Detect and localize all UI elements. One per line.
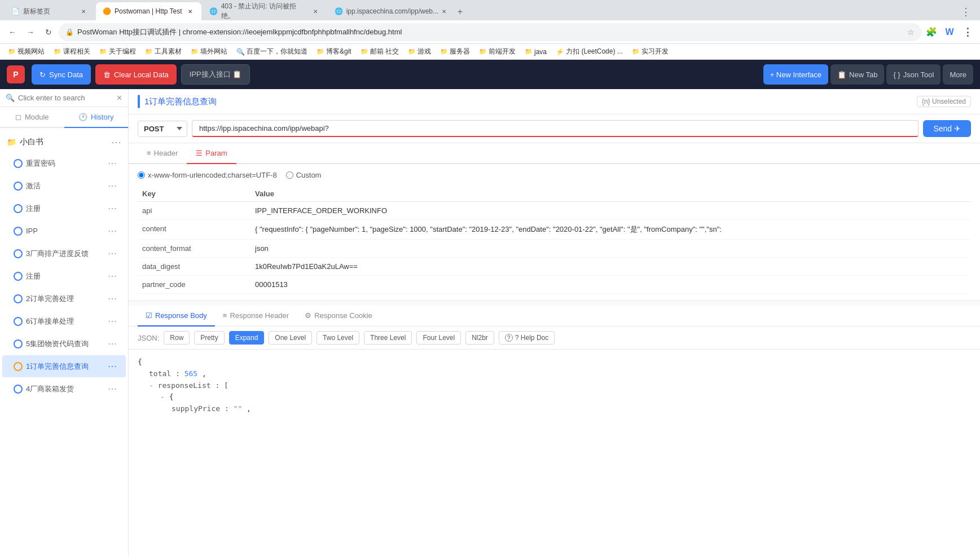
json-btn-three-level[interactable]: Three Level: [364, 331, 412, 345]
item-more-register2[interactable]: ⋯: [106, 270, 119, 283]
sidebar-item-reset[interactable]: 重置密码 ⋯: [2, 152, 126, 174]
json-tool-label: Json Tool: [903, 70, 934, 79]
param-key-1[interactable]: content: [138, 220, 251, 240]
param-key-0[interactable]: api: [138, 202, 251, 220]
bookmark-email[interactable]: 📁 邮箱 社交: [357, 46, 402, 58]
param-value-0[interactable]: IPP_INTERFACE_ORDER_WORKINFO: [251, 202, 971, 220]
clear-local-data-button[interactable]: 🗑 Clear Local Data: [95, 64, 177, 85]
tab-close-2[interactable]: ✕: [186, 7, 195, 16]
bookmark-java[interactable]: 📁 java: [521, 47, 550, 57]
forward-button[interactable]: →: [23, 24, 38, 40]
more-button[interactable]: More: [943, 64, 973, 85]
item-more-order2[interactable]: ⋯: [106, 292, 119, 305]
bookmark-wall[interactable]: 📁 墙外网站: [187, 46, 231, 58]
url-input[interactable]: https://ipp.ispacechina.com/ipp/webapi?: [192, 120, 919, 137]
tab-header[interactable]: ≡ Header: [138, 143, 187, 164]
json-tool-button[interactable]: { } Json Tool: [886, 64, 941, 85]
ipp-button[interactable]: IPP接入接口 📋: [181, 64, 251, 85]
param-value-1[interactable]: { "requestInfo": { "pageNumber": 1, "pag…: [251, 220, 971, 240]
more-options-button[interactable]: ⋮: [960, 24, 975, 40]
radio-urlencoded[interactable]: x-www-form-urlencoded;charset=UTF-8: [138, 171, 277, 179]
item-more-reset[interactable]: ⋯: [106, 157, 119, 170]
item-more-activate[interactable]: ⋯: [106, 179, 119, 192]
sidebar-item-register2[interactable]: 注册 ⋯: [2, 265, 126, 287]
item-more-register[interactable]: ⋯: [106, 202, 119, 215]
search-input[interactable]: [18, 94, 113, 102]
tab-param[interactable]: ☰ Param: [187, 143, 236, 164]
json-btn-one-level[interactable]: One Level: [269, 331, 312, 345]
bookmark-leetcode[interactable]: ⚡ 力扣 (LeetCode) ...: [552, 46, 626, 58]
sync-data-button[interactable]: ↻ Sync Data: [32, 64, 91, 85]
bookmark-intern[interactable]: 📁 实习开发: [629, 46, 672, 58]
item-more-materials5[interactable]: ⋯: [106, 337, 119, 350]
back-button[interactable]: ←: [5, 24, 20, 40]
address-bar[interactable]: 🔒 PostWoman Http接口调试插件 | chrome-extensio…: [59, 23, 921, 41]
json-output[interactable]: { total : 565 , - responseList : [ - { s…: [129, 350, 980, 556]
sidebar-item-order6[interactable]: 6订单接单处理 ⋯: [2, 310, 126, 332]
item-more-box4[interactable]: ⋯: [106, 382, 119, 395]
param-key-2[interactable]: content_format: [138, 240, 251, 258]
resp-tab-body[interactable]: ☑ Response Body: [138, 306, 215, 326]
json-btn-help[interactable]: ? ? Help Doc: [499, 331, 555, 345]
send-button[interactable]: Send ✈: [923, 120, 971, 137]
tab-close-4[interactable]: ✕: [442, 7, 446, 16]
new-interface-button[interactable]: + New Interface: [763, 64, 828, 85]
sidebar-tab-history[interactable]: 🕐 History: [64, 107, 129, 128]
json-btn-two-level[interactable]: Two Level: [317, 331, 359, 345]
sidebar-item-box4[interactable]: 4厂商装箱发货 ⋯: [2, 378, 126, 400]
bookmark-video[interactable]: 📁 视频网站: [5, 46, 48, 58]
bookmark-baidu[interactable]: 🔍 百度一下，你就知道: [233, 46, 311, 58]
sidebar-item-ipp[interactable]: IPP ⋯: [2, 220, 126, 242]
title-accent: [138, 95, 140, 108]
bookmark-coding[interactable]: 📁 关于编程: [96, 46, 139, 58]
param-key-3[interactable]: data_digest: [138, 258, 251, 276]
bookmark-blog[interactable]: 📁 博客&git: [313, 46, 355, 58]
radio-custom-input[interactable]: [286, 171, 293, 179]
sidebar-tab-module[interactable]: ◻ Module: [0, 107, 64, 128]
item-more-ipp[interactable]: ⋯: [106, 224, 119, 237]
sidebar-item-order2[interactable]: 2订单完善处理 ⋯: [2, 288, 126, 310]
radio-custom[interactable]: Custom: [286, 171, 322, 179]
refresh-button[interactable]: ↻: [41, 24, 56, 40]
json-btn-expand[interactable]: Expand: [229, 331, 265, 345]
bookmark-frontend[interactable]: 📁 前端开发: [476, 46, 519, 58]
param-value-4[interactable]: 00001513: [251, 276, 971, 294]
item-more-order1[interactable]: ⋯: [106, 360, 119, 373]
param-value-3[interactable]: 1k0ReuIwb7Pd1E0aK2uLAw==: [251, 258, 971, 276]
bookmark-tools[interactable]: 📁 工具素材: [142, 46, 185, 58]
resp-tab-cookie[interactable]: ⚙ Response Cookie: [297, 306, 380, 326]
sidebar-item-register[interactable]: 注册 ⋯: [2, 197, 126, 219]
sidebar-item-activate[interactable]: 激活 ⋯: [2, 175, 126, 197]
resp-tab-header[interactable]: ≡ Response Header: [215, 306, 297, 326]
bookmark-games[interactable]: 📁 游戏: [405, 46, 434, 58]
json-btn-nl2br[interactable]: Nl2br: [465, 331, 494, 345]
json-btn-pretty[interactable]: Pretty: [194, 331, 224, 345]
browser-tab-1[interactable]: 📄 新标签页 ✕: [5, 2, 95, 20]
section-more-icon[interactable]: ⋯: [111, 136, 121, 148]
json-btn-row[interactable]: Row: [164, 331, 190, 345]
extensions-button[interactable]: 🧩: [924, 24, 939, 40]
clear-search-icon[interactable]: ✕: [116, 94, 122, 102]
json-btn-four-level[interactable]: Four Level: [416, 331, 461, 345]
radio-urlencoded-input[interactable]: [138, 171, 145, 179]
item-more-order6[interactable]: ⋯: [106, 315, 119, 328]
param-key-4[interactable]: partner_code: [138, 276, 251, 294]
new-tab-button-app[interactable]: 📋 New Tab: [830, 64, 884, 85]
new-tab-button[interactable]: +: [453, 3, 467, 20]
item-more-factory3[interactable]: ⋯: [106, 247, 119, 260]
browser-tab-2[interactable]: 🟠 Postwoman | Http Test ✕: [96, 2, 201, 20]
bookmark-icon[interactable]: ☆: [907, 28, 915, 37]
sidebar-item-materials5[interactable]: 5集团物资代码查询 ⋯: [2, 333, 126, 355]
browser-tab-4[interactable]: 🌐 ipp.ispacechina.com/ipp/web... ✕: [328, 2, 452, 20]
tab-close-1[interactable]: ✕: [79, 7, 88, 16]
param-value-2[interactable]: json: [251, 240, 971, 258]
method-select[interactable]: POST GET PUT DELETE: [138, 121, 187, 137]
profile-button[interactable]: W: [942, 24, 957, 40]
sidebar-item-order1[interactable]: 1订单完善信息查询 ⋯: [2, 355, 126, 377]
browser-tab-3[interactable]: 🌐 403 - 禁止访问: 访问被拒绝。 ✕: [203, 2, 327, 20]
sidebar-item-factory3[interactable]: 3厂商排产进度反馈 ⋯: [2, 242, 126, 264]
address-input[interactable]: PostWoman Http接口调试插件 | chrome-extension:…: [77, 28, 904, 36]
tab-close-3[interactable]: ✕: [311, 7, 320, 16]
bookmark-server[interactable]: 📁 服务器: [437, 46, 473, 58]
bookmark-course[interactable]: 📁 课程相关: [50, 46, 94, 58]
